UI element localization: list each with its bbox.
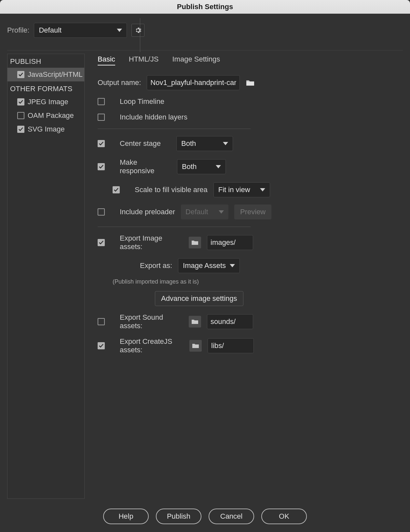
responsive-select-value: Both: [182, 162, 197, 171]
titlebar: Publish Settings: [0, 0, 410, 14]
adv-label: Advance image settings: [161, 294, 237, 303]
export-as-value: Image Assets: [183, 261, 226, 270]
preloader-checkbox[interactable]: [98, 208, 105, 216]
profile-row: Profile: Default: [0, 14, 410, 41]
image-path-input[interactable]: [207, 235, 253, 250]
tab-htmljs[interactable]: HTML/JS: [129, 55, 159, 65]
tab-image-settings[interactable]: Image Settings: [172, 55, 220, 65]
center-row: Center stage Both: [98, 136, 403, 151]
chevron-down-icon: [219, 210, 224, 214]
sidebar-heading-publish: PUBLISH: [7, 54, 84, 68]
profile-settings-button[interactable]: [131, 24, 144, 37]
publish-settings-window: Publish Settings Profile: Default PUBLIS…: [0, 0, 410, 532]
checkbox-icon[interactable]: [17, 126, 24, 133]
sidebar-heading-other: OTHER FORMATS: [7, 81, 84, 95]
cjs-folder-button[interactable]: [189, 340, 202, 352]
hidden-layers-checkbox[interactable]: [98, 114, 105, 121]
output-label: Output name:: [98, 78, 141, 87]
sidebar-item-label: JPEG Image: [28, 98, 68, 106]
sidebar: PUBLISH JavaScript/HTML OTHER FORMATS JP…: [7, 54, 85, 499]
hidden-label: Include hidden layers: [120, 113, 187, 121]
profile-label: Profile:: [7, 26, 29, 35]
publish-label: Publish: [167, 512, 190, 521]
responsive-select[interactable]: Both: [177, 159, 226, 174]
loop-label: Loop Timeline: [120, 97, 164, 106]
checkbox-icon[interactable]: [17, 71, 24, 78]
body-area: PUBLISH JavaScript/HTML OTHER FORMATS JP…: [0, 50, 410, 502]
checkbox-icon[interactable]: [17, 98, 24, 105]
scale-select-value: Fit in view: [218, 186, 250, 194]
chevron-down-icon: [230, 264, 235, 267]
folder-icon[interactable]: [246, 79, 255, 86]
sidebar-item-label: JavaScript/HTML: [28, 70, 83, 79]
export-as-label: Export as:: [140, 261, 172, 270]
preloader-select: Default: [181, 204, 228, 219]
chevron-down-icon: [216, 165, 221, 168]
export-image-checkbox[interactable]: [98, 239, 105, 246]
sidebar-item-label: OAM Package: [28, 111, 74, 120]
window-title: Publish Settings: [177, 3, 233, 11]
export-as-select[interactable]: Image Assets: [178, 258, 240, 273]
export-image-label: Export Image assets:: [120, 234, 183, 251]
preview-button: Preview: [234, 204, 271, 219]
folder-icon: [191, 240, 198, 245]
output-row: Output name:: [98, 75, 403, 90]
checkbox-icon[interactable]: [17, 112, 24, 119]
export-sound-row: Export Sound assets:: [98, 313, 403, 330]
scale-select[interactable]: Fit in view: [213, 182, 270, 197]
divider: [98, 227, 251, 227]
export-cjs-label: Export CreateJS assets:: [120, 337, 184, 354]
folder-icon: [192, 343, 199, 349]
folder-icon: [191, 319, 198, 325]
advance-image-settings-button[interactable]: Advance image settings: [155, 291, 243, 306]
center-select[interactable]: Both: [176, 136, 233, 151]
image-folder-button[interactable]: [189, 237, 201, 248]
profile-select[interactable]: Default: [34, 23, 127, 38]
publish-button[interactable]: Publish: [156, 509, 201, 524]
scale-checkbox[interactable]: [113, 186, 120, 193]
scale-row: Scale to fill visible area Fit in view: [113, 182, 403, 197]
center-select-value: Both: [181, 139, 196, 148]
center-checkbox[interactable]: [98, 140, 105, 147]
preloader-select-value: Default: [185, 208, 208, 216]
chevron-down-icon: [260, 188, 265, 191]
output-name-input[interactable]: [147, 75, 240, 90]
scale-label: Scale to fill visible area: [135, 186, 208, 194]
ok-label: OK: [279, 512, 289, 521]
preloader-label: Include preloader: [120, 208, 175, 216]
footer: Help Publish Cancel OK: [0, 502, 410, 532]
sidebar-item-oam[interactable]: OAM Package: [7, 109, 84, 122]
ok-button[interactable]: OK: [261, 509, 307, 524]
sidebar-item-javascript-html[interactable]: JavaScript/HTML: [7, 68, 84, 81]
responsive-row: Make responsive Both: [98, 158, 403, 175]
divider: [98, 129, 251, 129]
sound-path-input[interactable]: [207, 314, 253, 329]
cancel-label: Cancel: [220, 512, 242, 521]
cjs-path-input[interactable]: [208, 338, 254, 353]
responsive-checkbox[interactable]: [98, 163, 105, 170]
sidebar-item-label: SVG Image: [28, 125, 65, 133]
settings-panel: Basic HTML/JS Image Settings Output name…: [98, 54, 403, 499]
sidebar-item-svg[interactable]: SVG Image: [7, 122, 84, 136]
tab-basic[interactable]: Basic: [98, 55, 115, 65]
chevron-down-icon: [117, 29, 122, 32]
help-button[interactable]: Help: [103, 509, 149, 524]
center-label: Center stage: [120, 139, 171, 148]
sound-folder-button[interactable]: [189, 316, 201, 328]
help-label: Help: [118, 512, 133, 521]
responsive-label: Make responsive: [120, 158, 171, 175]
export-sound-checkbox[interactable]: [98, 318, 105, 325]
export-cjs-checkbox[interactable]: [98, 342, 105, 349]
preloader-row: Include preloader Default Preview: [98, 204, 403, 219]
loop-checkbox[interactable]: [98, 98, 105, 105]
preview-label: Preview: [240, 208, 266, 216]
sidebar-item-jpeg[interactable]: JPEG Image: [7, 95, 84, 109]
export-as-row: Export as: Image Assets: [140, 258, 403, 273]
gear-icon: [134, 27, 142, 34]
cancel-button[interactable]: Cancel: [209, 509, 254, 524]
export-image-row: Export Image assets:: [98, 234, 403, 251]
export-cjs-row: Export CreateJS assets:: [98, 337, 403, 354]
chevron-down-icon: [223, 142, 228, 145]
vertical-separator: [140, 18, 140, 52]
tabs: Basic HTML/JS Image Settings: [98, 55, 403, 65]
